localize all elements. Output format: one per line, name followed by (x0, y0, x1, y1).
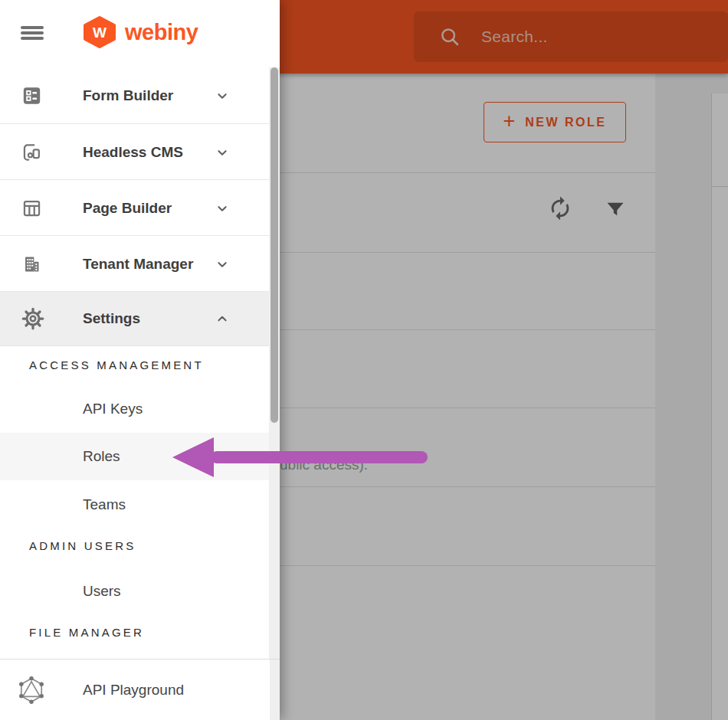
form-builder-icon (21, 85, 42, 106)
sidebar-item-users[interactable]: Users (0, 565, 270, 617)
sidebar-item-label: Page Builder (83, 180, 172, 236)
chevron-up-icon (214, 310, 231, 327)
sidebar-item-api-keys[interactable]: API Keys (0, 385, 270, 433)
drawer-header: W webiny (0, 0, 280, 68)
section-header-admin-users: ADMIN USERS (0, 529, 270, 561)
chevron-down-icon (214, 200, 231, 217)
chevron-down-icon (214, 144, 231, 161)
sidebar-item-page-builder[interactable]: Page Builder (0, 179, 270, 236)
sidebar-item-label: Form Builder (83, 67, 173, 123)
hamburger-menu-icon[interactable] (21, 26, 44, 42)
sidebar-item-teams[interactable]: Teams (0, 480, 270, 529)
section-header-file-manager: FILE MANAGER (0, 617, 270, 646)
sidebar-item-headless-cms[interactable]: Headless CMS (0, 123, 270, 180)
chevron-down-icon (214, 256, 231, 273)
screen: + NEW ROLE ublic access). Search... (0, 0, 728, 720)
sidebar-item-label: Settings (83, 292, 140, 345)
section-header-access-management: ACCESS MANAGEMENT (0, 345, 270, 385)
graphql-icon (17, 676, 46, 705)
page-builder-icon (21, 198, 42, 218)
sidebar-item-label: Tenant Manager (83, 236, 193, 292)
sidebar-item-tenant-manager[interactable]: Tenant Manager (0, 235, 270, 292)
logo-letter: W (93, 25, 107, 41)
sidebar-item-api-playground[interactable]: API Playground (0, 659, 270, 720)
chevron-down-icon (214, 87, 231, 104)
sidebar-item-label: Headless CMS (83, 124, 183, 180)
drawer-scrollbar-thumb[interactable] (271, 67, 278, 423)
webiny-logo-icon[interactable]: W (82, 16, 117, 48)
tenant-manager-icon (21, 254, 42, 274)
sidebar-item-settings[interactable]: Settings (0, 291, 270, 346)
headless-cms-icon (21, 142, 42, 162)
sidebar-item-label: API Playground (83, 659, 184, 720)
webiny-wordmark: webiny (125, 20, 198, 45)
settings-gear-icon (21, 307, 44, 330)
sidebar-item-form-builder[interactable]: Form Builder (0, 67, 270, 123)
drawer-scrollbar-track (269, 67, 280, 720)
navigation-drawer: W webiny Form Builder Hea (0, 0, 280, 720)
sidebar-item-roles[interactable]: Roles (0, 433, 270, 480)
